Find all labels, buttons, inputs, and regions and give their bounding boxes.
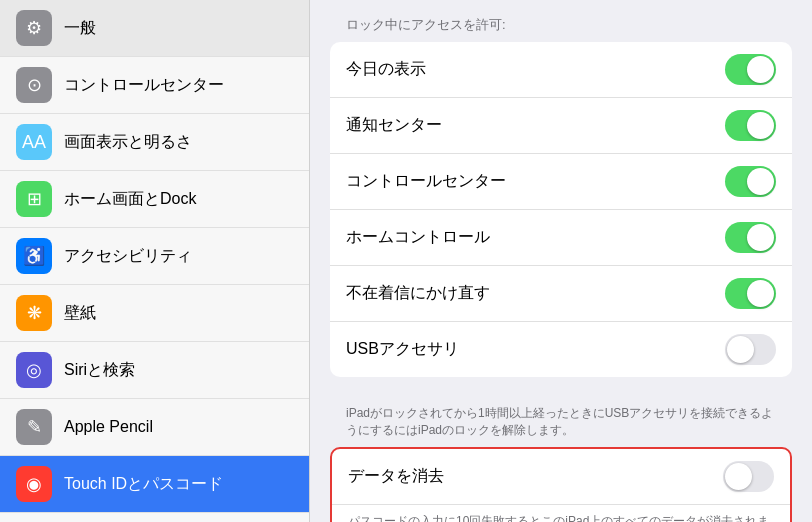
main-content: ロック中にアクセスを許可: 今日の表示通知センターコントロールセンターホームコン…	[310, 0, 812, 522]
toggle-home-control[interactable]	[725, 222, 776, 253]
toggle-usb-accessory[interactable]	[725, 334, 776, 365]
sidebar: ⚙一般⊙コントロールセンターAA画面表示と明るさ⊞ホーム画面とDock♿アクセシ…	[0, 0, 310, 522]
sidebar-item-battery[interactable]: ▮バッテリー	[0, 513, 309, 522]
sidebar-item-wallpaper[interactable]: ❋壁紙	[0, 285, 309, 342]
section-header: ロック中にアクセスを許可:	[330, 16, 792, 34]
sidebar-item-general[interactable]: ⚙一般	[0, 0, 309, 57]
sidebar-item-label-accessibility: アクセシビリティ	[64, 246, 192, 267]
erase-label: データを消去	[348, 466, 444, 487]
display-icon: AA	[16, 124, 52, 160]
sidebar-item-label-display: 画面表示と明るさ	[64, 132, 192, 153]
lock-access-group: 今日の表示通知センターコントロールセンターホームコントロール不在着信にかけ直すU…	[330, 42, 792, 377]
erase-toggle[interactable]	[723, 461, 774, 492]
row-control-center: コントロールセンター	[330, 154, 792, 210]
toggle-knob-control-center	[747, 168, 774, 195]
general-icon: ⚙	[16, 10, 52, 46]
row-usb-accessory: USBアクセサリ	[330, 322, 792, 377]
label-missed-calls: 不在着信にかけ直す	[346, 283, 490, 304]
sidebar-item-label-control-center: コントロールセンター	[64, 75, 224, 96]
sidebar-item-display[interactable]: AA画面表示と明るさ	[0, 114, 309, 171]
toggle-knob-notification-center	[747, 112, 774, 139]
siri-icon: ◎	[16, 352, 52, 388]
sidebar-item-label-general: 一般	[64, 18, 96, 39]
sidebar-item-label-touchid: Touch IDとパスコード	[64, 474, 223, 495]
home-icon: ⊞	[16, 181, 52, 217]
control-center-icon: ⊙	[16, 67, 52, 103]
label-notification-center: 通知センター	[346, 115, 442, 136]
label-control-center: コントロールセンター	[346, 171, 506, 192]
wallpaper-icon: ❋	[16, 295, 52, 331]
sidebar-item-label-home: ホーム画面とDock	[64, 189, 196, 210]
sidebar-item-accessibility[interactable]: ♿アクセシビリティ	[0, 228, 309, 285]
usb-description: iPadがロックされてから1時間以上経ったときにUSBアクセサリを接続できるよう…	[330, 397, 792, 447]
sidebar-item-control-center[interactable]: ⊙コントロールセンター	[0, 57, 309, 114]
toggle-knob-home-control	[747, 224, 774, 251]
erase-toggle-knob	[725, 463, 752, 490]
toggle-knob-usb-accessory	[727, 336, 754, 363]
erase-group: データを消去 パスコードの入力に10回失敗するとこのiPad上のすべてのデータが…	[330, 447, 792, 522]
sidebar-item-touchid[interactable]: ◉Touch IDとパスコード	[0, 456, 309, 513]
row-today-view: 今日の表示	[330, 42, 792, 98]
toggle-knob-missed-calls	[747, 280, 774, 307]
sidebar-item-siri[interactable]: ◎Siriと検索	[0, 342, 309, 399]
erase-description: パスコードの入力に10回失敗するとこのiPad上のすべてのデータが消去されます。	[332, 505, 790, 522]
label-home-control: ホームコントロール	[346, 227, 490, 248]
label-usb-accessory: USBアクセサリ	[346, 339, 459, 360]
accessibility-icon: ♿	[16, 238, 52, 274]
touchid-icon: ◉	[16, 466, 52, 502]
sidebar-item-apple-pencil[interactable]: ✎Apple Pencil	[0, 399, 309, 456]
row-notification-center: 通知センター	[330, 98, 792, 154]
row-home-control: ホームコントロール	[330, 210, 792, 266]
toggle-today-view[interactable]	[725, 54, 776, 85]
sidebar-item-home[interactable]: ⊞ホーム画面とDock	[0, 171, 309, 228]
toggle-missed-calls[interactable]	[725, 278, 776, 309]
toggle-knob-today-view	[747, 56, 774, 83]
sidebar-item-label-apple-pencil: Apple Pencil	[64, 418, 153, 436]
sidebar-item-label-wallpaper: 壁紙	[64, 303, 96, 324]
erase-row: データを消去	[332, 449, 790, 505]
label-today-view: 今日の表示	[346, 59, 426, 80]
sidebar-item-label-siri: Siriと検索	[64, 360, 135, 381]
toggle-notification-center[interactable]	[725, 110, 776, 141]
row-missed-calls: 不在着信にかけ直す	[330, 266, 792, 322]
toggle-control-center[interactable]	[725, 166, 776, 197]
apple-pencil-icon: ✎	[16, 409, 52, 445]
